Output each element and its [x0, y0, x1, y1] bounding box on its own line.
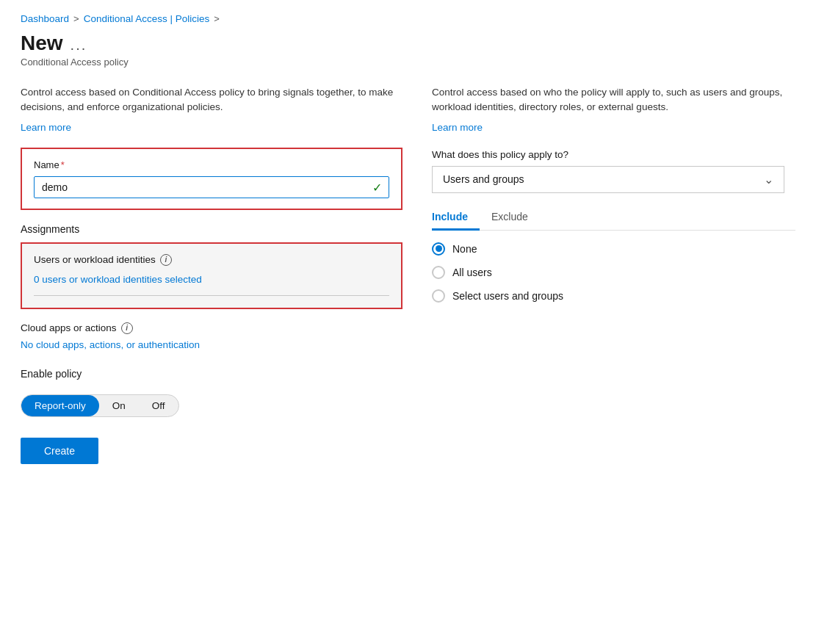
cloud-apps-section: Cloud apps or actions i No cloud apps, a… — [21, 322, 402, 350]
applies-to-label: What does this policy apply to? — [432, 149, 795, 160]
radio-none[interactable]: None — [432, 242, 795, 256]
assignments-label: Assignments — [21, 223, 402, 235]
cloud-apps-label: Cloud apps or actions — [21, 322, 117, 333]
toggle-report-only[interactable]: Report-only — [21, 395, 99, 416]
main-layout: Control access based on Conditional Acce… — [21, 85, 795, 464]
name-input-wrapper: ✓ — [34, 176, 389, 198]
page-title-row: New ... — [21, 32, 795, 55]
dropdown-users-groups[interactable]: Users and groups ⌄ — [432, 166, 784, 193]
tabs-row: Include Exclude — [432, 205, 795, 231]
name-label: Name* — [34, 159, 389, 170]
right-panel: Control access based on who the policy w… — [432, 85, 795, 464]
radio-select-label: Select users and groups — [452, 290, 563, 302]
create-button[interactable]: Create — [21, 438, 98, 464]
assignments-box: Users or workload identities i 0 users o… — [21, 242, 402, 309]
enable-policy-label: Enable policy — [21, 368, 402, 380]
left-description: Control access based on Conditional Acce… — [21, 85, 402, 115]
cloud-apps-header: Cloud apps or actions i — [21, 322, 402, 334]
radio-none-label: None — [452, 243, 477, 255]
page-title: New — [21, 32, 63, 55]
radio-select-circle — [432, 289, 445, 303]
page-subtitle: Conditional Access policy — [21, 57, 795, 68]
breadcrumb-sep2: > — [214, 13, 220, 24]
tab-include[interactable]: Include — [432, 205, 480, 230]
cloud-apps-link[interactable]: No cloud apps, actions, or authenticatio… — [21, 339, 200, 350]
info-icon[interactable]: i — [160, 254, 172, 266]
breadcrumb-sep1: > — [73, 13, 79, 24]
breadcrumb-dashboard[interactable]: Dashboard — [21, 13, 69, 24]
name-input[interactable] — [34, 176, 389, 198]
enable-policy-section: Enable policy Report-only On Off — [21, 368, 402, 417]
left-panel: Control access based on Conditional Acce… — [21, 85, 402, 464]
page-title-dots[interactable]: ... — [71, 37, 87, 54]
name-section: Name* ✓ — [21, 148, 402, 210]
assignments-link[interactable]: 0 users or workload identities selected — [34, 274, 202, 285]
toggle-on[interactable]: On — [99, 395, 139, 416]
radio-all-users-circle — [432, 266, 445, 279]
tab-exclude[interactable]: Exclude — [491, 205, 540, 230]
radio-all-users[interactable]: All users — [432, 266, 795, 279]
radio-all-users-label: All users — [452, 267, 492, 278]
check-icon: ✓ — [372, 180, 382, 194]
breadcrumb-policies[interactable]: Conditional Access | Policies — [84, 13, 210, 24]
required-star: * — [61, 159, 65, 170]
dropdown-value: Users and groups — [443, 173, 524, 185]
assignments-header: Users or workload identities i — [34, 254, 389, 266]
assignments-divider — [34, 295, 389, 296]
radio-select-users-groups[interactable]: Select users and groups — [432, 289, 795, 303]
radio-group: None All users Select users and groups — [432, 242, 795, 303]
assignments-section-label: Users or workload identities — [34, 254, 156, 265]
toggle-off[interactable]: Off — [139, 395, 178, 416]
toggle-group: Report-only On Off — [21, 394, 179, 417]
right-description: Control access based on who the policy w… — [432, 85, 795, 115]
left-learn-more[interactable]: Learn more — [21, 122, 71, 133]
cloud-apps-info-icon[interactable]: i — [121, 322, 133, 334]
radio-none-circle — [432, 242, 445, 256]
right-learn-more[interactable]: Learn more — [432, 122, 483, 133]
breadcrumb: Dashboard > Conditional Access | Policie… — [21, 13, 795, 24]
chevron-down-icon: ⌄ — [764, 173, 773, 187]
